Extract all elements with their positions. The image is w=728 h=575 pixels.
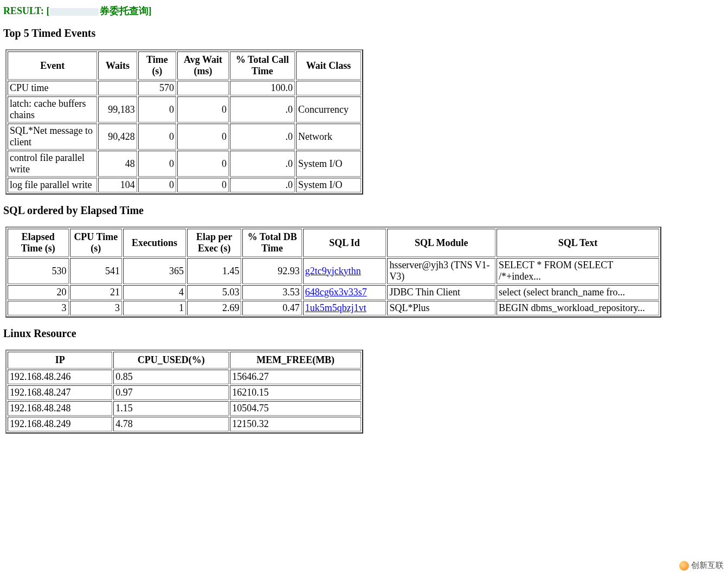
col-class: Wait Class [296,51,361,80]
col-per: Elap per Exec (s) [187,229,241,257]
cell: 0.47 [242,301,301,315]
table-row: 192.168.48.246 0.85 15646.27 [8,370,361,384]
sqlid-link[interactable]: 1uk5m5qbzj1vt [305,302,366,313]
col-ip: IP [8,352,112,369]
col-cpu: CPU_USED(%) [113,352,229,369]
cell: 20 [8,285,69,300]
table-header-row: IP CPU_USED(%) MEM_FREE(MB) [8,352,361,369]
cell: .0 [230,96,295,122]
table-row: 530 541 365 1.45 92.93 g2tc9yjckythn hss… [8,258,659,284]
cell: 570 [138,81,176,95]
cell: 1 [123,301,186,315]
cell: 104 [98,178,137,192]
cell: 1.45 [187,258,241,284]
cell: 48 [98,151,137,177]
cell: 5.03 [187,285,241,300]
sqlid-link[interactable]: 648cg6x3v33s7 [305,287,367,298]
cell: 10504.75 [230,401,361,416]
table-header-row: Event Waits Time (s) Avg Wait (ms) % Tot… [8,51,361,80]
cell-sqlid: g2tc9yjckythn [303,258,386,284]
cell: CPU time [8,81,97,95]
cell: 0 [177,151,229,177]
cell: System I/O [296,178,361,192]
col-cpu: CPU Time (s) [70,229,123,257]
table-row: 20 21 4 5.03 3.53 648cg6x3v33s7 JDBC Thi… [8,285,659,300]
cell: 192.168.48.248 [8,401,112,416]
cell: 0 [138,124,176,150]
cell: 0.97 [113,385,229,400]
cell: 4.78 [113,417,229,431]
cell: 92.93 [242,258,301,284]
top5-table: Event Waits Time (s) Avg Wait (ms) % Tot… [5,49,363,195]
result-line: RESULT: [券委托查询] [3,4,725,17]
col-pct: % Total Call Time [230,51,295,80]
cell-sqlid: 1uk5m5qbzj1vt [303,301,386,315]
cell: 99,183 [98,96,137,122]
section-top5-title: Top 5 Timed Events [3,27,725,40]
cell: control file parallel write [8,151,97,177]
col-module: SQL Module [387,229,495,257]
cell: 0 [138,96,176,122]
col-sqlid: SQL Id [303,229,386,257]
cell: 3 [8,301,69,315]
cell: 1.15 [113,401,229,416]
cell: Network [296,124,361,150]
cell: 530 [8,258,69,284]
col-avg: Avg Wait (ms) [177,51,229,80]
col-text: SQL Text [497,229,659,257]
cell: log file parallel write [8,178,97,192]
cell: 0 [138,151,176,177]
cell: 192.168.48.249 [8,417,112,431]
cell: select (select branch_name fro... [497,285,659,300]
cell: 12150.32 [230,417,361,431]
cell: hsserver@yjh3 (TNS V1-V3) [387,258,495,284]
cell: SQL*Net message to client [8,124,97,150]
cell [296,81,361,95]
result-prefix: RESULT: [ [3,5,50,16]
table-row: CPU time 570 100.0 [8,81,361,95]
sql-table: Elapsed Time (s) CPU Time (s) Executions… [5,227,661,318]
cell: latch: cache buffers chains [8,96,97,122]
cell: 365 [123,258,186,284]
cell: .0 [230,178,295,192]
col-elapsed: Elapsed Time (s) [8,229,69,257]
col-mem: MEM_FREE(MB) [230,352,361,369]
cell: Concurrency [296,96,361,122]
table-header-row: Elapsed Time (s) CPU Time (s) Executions… [8,229,659,257]
cell: 2.69 [187,301,241,315]
cell: 0 [177,124,229,150]
redacted-area [50,8,99,16]
table-row: control file parallel write 48 0 0 .0 Sy… [8,151,361,177]
cell: 192.168.48.247 [8,385,112,400]
section-linux-title: Linux Resource [3,327,725,340]
cell: 15646.27 [230,370,361,384]
col-event: Event [8,51,97,80]
table-row: 3 3 1 2.69 0.47 1uk5m5qbzj1vt SQL*Plus B… [8,301,659,315]
col-pct: % Total DB Time [242,229,301,257]
cell: 21 [70,285,123,300]
cell: 3.53 [242,285,301,300]
cell: 4 [123,285,186,300]
cell: 16210.15 [230,385,361,400]
table-row: 192.168.48.247 0.97 16210.15 [8,385,361,400]
cell: 192.168.48.246 [8,370,112,384]
cell: SELECT * FROM (SELECT /*+index... [497,258,659,284]
cell: 0 [177,178,229,192]
cell-sqlid: 648cg6x3v33s7 [303,285,386,300]
cell: SQL*Plus [387,301,495,315]
cell [177,81,229,95]
table-row: latch: cache buffers chains 99,183 0 0 .… [8,96,361,122]
sqlid-link[interactable]: g2tc9yjckythn [305,266,361,276]
col-waits: Waits [98,51,137,80]
cell: 100.0 [230,81,295,95]
cell: .0 [230,124,295,150]
cell: 0 [177,96,229,122]
cell: 3 [70,301,123,315]
cell: BEGIN dbms_workload_repository... [497,301,659,315]
cell: .0 [230,151,295,177]
col-exec: Executions [123,229,186,257]
section-sql-title: SQL ordered by Elapsed Time [3,204,725,217]
table-row: 192.168.48.248 1.15 10504.75 [8,401,361,416]
cell: JDBC Thin Client [387,285,495,300]
table-row: 192.168.48.249 4.78 12150.32 [8,417,361,431]
